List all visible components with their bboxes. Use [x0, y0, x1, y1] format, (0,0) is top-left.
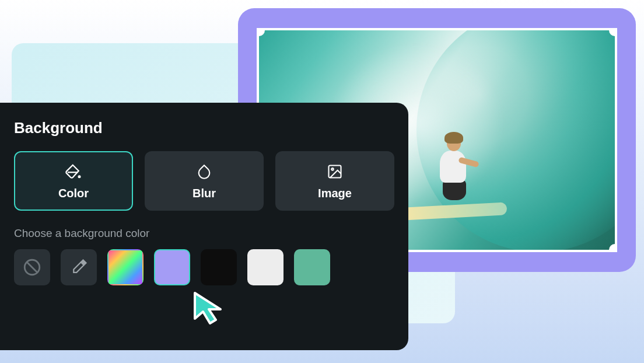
background-panel: Background Color Blur: [0, 103, 408, 350]
section-label: Choose a background color: [14, 227, 394, 240]
swatch-eyedropper[interactable]: [61, 249, 97, 285]
svg-line-4: [27, 262, 37, 273]
resize-handle-bottom-right[interactable]: [609, 244, 617, 252]
svg-point-0: [78, 175, 81, 178]
background-tabs: Color Blur Image: [14, 151, 394, 211]
paint-bucket-icon: [64, 162, 83, 181]
tab-image[interactable]: Image: [275, 151, 394, 211]
swatch-black[interactable]: [201, 249, 237, 285]
panel-title: Background: [14, 119, 394, 137]
tab-color[interactable]: Color: [14, 151, 133, 211]
swatch-white[interactable]: [247, 249, 284, 285]
swatch-teal[interactable]: [294, 249, 330, 285]
eyedropper-icon: [70, 259, 88, 276]
droplet-icon: [195, 162, 214, 181]
tab-blur[interactable]: Blur: [145, 151, 264, 211]
swatch-lavender[interactable]: [154, 249, 190, 285]
none-icon: [22, 257, 42, 277]
tab-label: Blur: [192, 187, 216, 200]
tab-label: Image: [318, 187, 352, 200]
tab-label: Color: [58, 187, 89, 200]
swatch-rainbow[interactable]: [107, 249, 144, 285]
color-swatches: [14, 249, 394, 285]
svg-point-2: [331, 168, 334, 170]
resize-handle-top-left[interactable]: [257, 28, 265, 36]
image-icon: [326, 162, 344, 181]
swatch-none[interactable]: [14, 249, 50, 285]
